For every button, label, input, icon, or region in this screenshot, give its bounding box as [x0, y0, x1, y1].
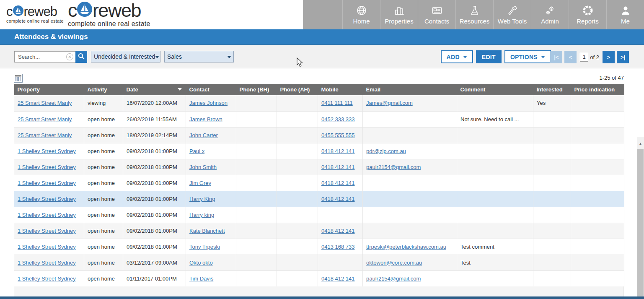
cell-link[interactable]: 0418 412 141 [321, 196, 355, 202]
department-filter-dropdown[interactable]: Sales [164, 51, 234, 62]
column-header-activity[interactable]: Activity [84, 84, 123, 95]
cell-link[interactable]: 1 Shelley Street Sydney [18, 212, 76, 218]
cell-link[interactable]: 0418 412 141 [321, 276, 355, 282]
cell-activity: viewing [84, 95, 123, 111]
cell-link[interactable]: Harry king [189, 212, 214, 218]
logo-text: c [68, 1, 77, 20]
cell-link[interactable]: James Brown [189, 116, 222, 122]
cell-link[interactable]: oktowon@core.com.au [366, 260, 422, 266]
cell-email [363, 111, 457, 127]
column-header-email[interactable]: Email [363, 84, 457, 95]
nav-item-resources[interactable]: Resources [455, 0, 493, 29]
table-row[interactable]: 1 Shelley Street Sydneyopen home09/02/20… [14, 143, 624, 159]
cell-property: 1 Shelley Street Sydney [14, 175, 84, 191]
cell-link[interactable]: 1 Shelley Street Sydney [18, 276, 76, 282]
cell-link[interactable]: 25 Smart Street Manly [18, 132, 72, 138]
prev-page-button[interactable]: < [564, 51, 577, 63]
table-row[interactable]: 1 Shelley Street Sydneyopen home09/02/20… [14, 207, 624, 223]
cell-link[interactable]: James Johnson [189, 100, 228, 106]
column-header-mobile[interactable]: Mobile [318, 84, 363, 95]
cell-link[interactable]: ttrpeski@peterblackshaw.com.au [366, 244, 446, 250]
column-header-date[interactable]: Date [123, 84, 186, 95]
cell-link[interactable]: 1 Shelley Street Sydney [18, 260, 76, 266]
cell-link[interactable]: James@gmail.com [366, 100, 413, 106]
cell-link[interactable]: pdr@zip.com.au [366, 148, 406, 154]
cell-link[interactable]: 0455 555 555 [321, 132, 355, 138]
first-page-button[interactable]: |< [550, 51, 562, 63]
cell-link[interactable]: paulr2154@gmail.com [366, 164, 421, 170]
content-area: 1-25 of 47 PropertyActivityDateContactPh… [0, 68, 644, 296]
nav-item-reports[interactable]: Reports [569, 0, 606, 29]
table-row[interactable]: 25 Smart Street Manlyviewing16/07/2020 1… [14, 95, 624, 111]
cell-link[interactable]: Okto okto [189, 260, 213, 266]
column-header-property[interactable]: Property [14, 84, 84, 95]
column-header-price-indication[interactable]: Price indication [571, 84, 624, 95]
cell-date: 01/11/2017 01:00PM [123, 270, 186, 286]
interest-filter-dropdown[interactable]: Undecided & Interested [91, 51, 160, 62]
edit-button[interactable]: EDIT [476, 50, 502, 63]
app-window: creweb complete online real estate crewe… [0, 0, 644, 299]
column-header-phone-ah-[interactable]: Phone (AH) [277, 84, 318, 95]
options-button[interactable]: OPTIONS [504, 50, 551, 63]
last-page-button[interactable]: >| [617, 51, 629, 63]
cell-link[interactable]: 0418 412 141 [321, 228, 355, 234]
column-header-comment[interactable]: Comment [457, 84, 533, 95]
cell-link[interactable]: 1 Shelley Street Sydney [18, 164, 76, 170]
cell-link[interactable]: Harry King [189, 196, 215, 202]
cell-link[interactable]: 1 Shelley Street Sydney [18, 180, 76, 186]
cell-date: 09/02/2018 01:00PM [123, 207, 186, 223]
cell-link[interactable]: 25 Smart Street Manly [18, 100, 72, 106]
cell-link[interactable]: 0413 168 733 [321, 244, 355, 250]
cell-link[interactable]: paulr2154@gmail.com [366, 276, 421, 282]
cell-phone-ah- [277, 111, 318, 127]
table-row[interactable]: 1 Shelley Street Sydneyopen home09/02/20… [14, 223, 624, 239]
cell-link[interactable]: John Smith [189, 164, 217, 170]
add-button[interactable]: ADD [441, 50, 473, 63]
table-row[interactable]: 1 Shelley Street Sydneyopen home09/02/20… [14, 159, 624, 175]
nav-item-home[interactable]: Home [342, 0, 380, 29]
clear-search-icon[interactable]: ✕ [66, 53, 73, 60]
table-row[interactable]: 1 Shelley Street Sydneyopen home03/12/20… [14, 255, 624, 270]
cell-link[interactable]: Tony Trpeski [189, 244, 220, 250]
cell-link[interactable]: 0418 412 141 [321, 148, 355, 154]
table-row[interactable]: 1 Shelley Street Sydneyopen home09/02/20… [14, 239, 624, 255]
nav-item-properties[interactable]: Properties [380, 0, 418, 29]
scroll-up-icon[interactable]: ▲ [637, 140, 644, 147]
nav-item-web-tools[interactable]: Web Tools [493, 0, 531, 29]
cell-link[interactable]: 25 Smart Street Manly [18, 116, 72, 122]
search-button[interactable] [75, 51, 87, 63]
cell-link[interactable]: 0418 412 141 [321, 164, 355, 170]
cell-link[interactable]: 1 Shelley Street Sydney [18, 148, 76, 154]
next-page-button[interactable]: > [603, 51, 615, 63]
chevron-down-icon [463, 56, 467, 58]
nav-item-me[interactable]: Me [606, 0, 644, 29]
table-row[interactable]: 25 Smart Street Manlyopen home26/02/2019… [14, 111, 624, 127]
cell-link[interactable]: 0418 412 141 [321, 180, 355, 186]
cell-link[interactable]: Tim Davis [189, 276, 213, 282]
column-header-interested[interactable]: Interested [533, 84, 571, 95]
cell-link[interactable]: Paul x [189, 148, 204, 154]
cell-phone-bh- [236, 159, 277, 175]
cell-link[interactable]: 1 Shelley Street Sydney [18, 228, 76, 234]
cell-link[interactable]: John Carter [189, 132, 218, 138]
table-row[interactable]: 1 Shelley Street Sydneyopen home09/02/20… [14, 191, 624, 207]
column-chooser-icon[interactable] [14, 74, 23, 83]
column-header-contact[interactable]: Contact [186, 84, 236, 95]
cell-link[interactable]: 1 Shelley Street Sydney [18, 196, 76, 202]
vertical-scrollbar[interactable]: ▲ ▼ [637, 137, 644, 299]
page-number-input[interactable] [580, 53, 588, 62]
table-row[interactable]: 25 Smart Street Manlyopen home18/02/2019… [14, 127, 624, 143]
cell-link[interactable]: Jim Grey [189, 180, 211, 186]
cell-link[interactable]: Kate Blanchett [189, 228, 225, 234]
attendees-table: PropertyActivityDateContactPhone (BH)Pho… [14, 84, 624, 287]
scrollbar-thumb[interactable] [637, 149, 644, 299]
cell-link[interactable]: 1 Shelley Street Sydney [18, 244, 76, 250]
cell-link[interactable]: 0411 111 111 [321, 100, 353, 106]
table-row[interactable]: 1 Shelley Street Sydneyopen home01/11/20… [14, 270, 624, 286]
nav-item-admin[interactable]: Admin [531, 0, 569, 29]
nav-item-contacts[interactable]: Contacts [418, 0, 455, 29]
column-header-phone-bh-[interactable]: Phone (BH) [236, 84, 277, 95]
cell-link[interactable]: 0452 333 333 [321, 116, 355, 122]
cell-phone-bh- [236, 239, 277, 255]
table-row[interactable]: 1 Shelley Street Sydneyopen home09/02/20… [14, 175, 624, 191]
